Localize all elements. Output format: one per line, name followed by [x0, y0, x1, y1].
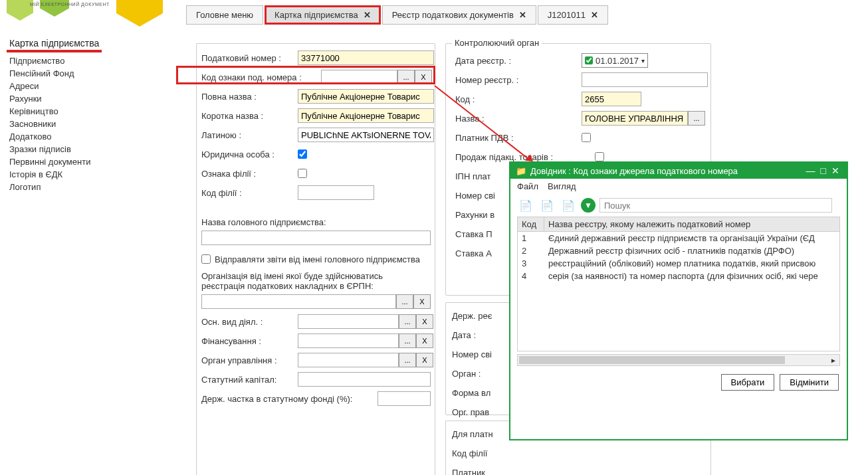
close-icon[interactable]: ✕: [829, 165, 841, 176]
rate-a-label: Ставка А: [455, 248, 492, 258]
cell-code: 2: [518, 244, 544, 257]
tab-tax-registry[interactable]: Реєстр податкових документів✕: [382, 5, 536, 25]
vat-checkbox[interactable]: [582, 133, 591, 142]
dialog-title-text: Довідник : Код ознаки джерела податковог…: [530, 166, 738, 176]
sidebar-item-pension[interactable]: Пенсійний Фонд: [7, 67, 179, 80]
col-code[interactable]: Код: [518, 217, 544, 231]
short-name-label: Коротка назва :: [201, 111, 298, 121]
lookup-button[interactable]: ...: [399, 353, 416, 367]
excise-checkbox[interactable]: [595, 152, 604, 161]
close-icon[interactable]: ✕: [364, 10, 371, 20]
org-reg-label-line2: реєстрація податкових накладних в ЄРПН:: [201, 281, 439, 291]
dialog-titlebar[interactable]: 📁 Довідник : Код ознаки джерела податков…: [510, 163, 847, 179]
financing-label: Фінансування :: [201, 336, 298, 346]
clear-button[interactable]: X: [416, 353, 433, 367]
dialog-buttons: Вибрати Відмінити: [510, 369, 847, 396]
main-activity-input[interactable]: [298, 314, 399, 329]
lookup-button[interactable]: ...: [688, 111, 705, 126]
capital-input[interactable]: [298, 372, 431, 387]
organ-label: Орган :: [452, 369, 481, 379]
sidebar-item-logo[interactable]: Логотип: [7, 181, 179, 193]
ownership-label: Форма вл: [452, 388, 490, 398]
sidebar-item-accounts[interactable]: Рахунки: [7, 92, 179, 105]
col-name[interactable]: Назва реєстру, якому належить податковий…: [544, 217, 839, 231]
chevron-down-icon[interactable]: ▾: [641, 57, 645, 64]
menu-file[interactable]: Файл: [517, 181, 538, 191]
latin-input[interactable]: [298, 128, 434, 142]
grid-row[interactable]: 1Єдиний державний реєстр підприємств та …: [518, 232, 839, 244]
dialog-toolbar: 📄 📄 📄 ▼: [510, 194, 847, 217]
close-icon[interactable]: ✕: [591, 10, 598, 20]
cert-num-label: Номер сві: [455, 191, 495, 201]
search-input[interactable]: [599, 198, 832, 213]
folder-icon: 📁: [516, 166, 526, 176]
tax-number-input[interactable]: [298, 50, 434, 65]
minimize-icon[interactable]: —: [804, 165, 817, 176]
short-name-input[interactable]: [298, 108, 434, 123]
menu-view[interactable]: Вигляд: [548, 181, 576, 191]
legal-checkbox[interactable]: [298, 149, 307, 159]
ipn-label: ІПН плат: [455, 171, 490, 181]
grid-row[interactable]: 3реєстраційний (обліковий) номер платник…: [518, 257, 839, 270]
org-reg-input[interactable]: [201, 294, 396, 309]
grid-row[interactable]: 2Державний реєстр фізичних осіб - платни…: [518, 244, 839, 257]
branch-code-label: Код філії :: [201, 188, 298, 198]
close-icon[interactable]: ✕: [519, 10, 526, 20]
head-name-input[interactable]: [201, 231, 431, 245]
org-reg-label: Організація від імені якої буде здійснюв…: [196, 271, 439, 291]
doc-delete-icon[interactable]: 📄: [560, 197, 577, 214]
branch-sign-label: Ознака філії :: [201, 169, 298, 179]
branch-sign-checkbox[interactable]: [298, 169, 307, 178]
clear-button[interactable]: X: [416, 314, 433, 329]
cell-code: 3: [518, 257, 544, 270]
tab-company-card[interactable]: Картка підприємства✕: [265, 5, 381, 25]
lookup-button[interactable]: ...: [399, 314, 416, 329]
sidebar-item-additional[interactable]: Додатково: [7, 130, 179, 143]
doc-edit-icon[interactable]: 📄: [538, 197, 556, 214]
main-activity-label: Осн. вид діял. :: [201, 317, 298, 327]
tab-main-menu[interactable]: Головне меню: [186, 5, 263, 25]
cancel-button[interactable]: Відмінити: [780, 374, 839, 391]
name-input[interactable]: [582, 111, 688, 126]
scroll-right-icon[interactable]: ►: [830, 357, 837, 364]
sidebar-item-history[interactable]: Історія в ЄДК: [7, 168, 179, 181]
refresh-icon[interactable]: ▼: [581, 198, 596, 213]
left-column: Податковий номер : Код ознаки под. номер…: [196, 50, 439, 410]
scrollbar-thumb[interactable]: [519, 356, 785, 364]
grid-row[interactable]: 4серія (за наявності) та номер паспорта …: [518, 270, 839, 282]
tab-bar: Головне меню Картка підприємства✕ Реєстр…: [186, 5, 609, 25]
doc-add-icon[interactable]: 📄: [517, 197, 534, 214]
full-name-input[interactable]: [298, 89, 434, 104]
sidebar-item-primary-docs[interactable]: Первинні документи: [7, 155, 179, 168]
org-reg-label-line1: Організація від імені якої буде здійснюв…: [201, 271, 439, 281]
clear-button[interactable]: X: [413, 294, 431, 309]
hexagon-decor: [7, 0, 33, 21]
reg-date-picker[interactable]: 01.01.2017 ▾: [582, 53, 648, 68]
sidebar-item-signatures[interactable]: Зразки підписів: [7, 143, 179, 155]
state-share-input[interactable]: [378, 391, 431, 406]
tax-number-label: Податковий номер :: [201, 53, 298, 63]
sidebar-item-company[interactable]: Підприємство: [7, 54, 179, 67]
lookup-button[interactable]: ...: [399, 333, 416, 348]
branch-code-input[interactable]: [298, 185, 374, 200]
rate-p-label: Ставка П: [455, 229, 492, 239]
sidebar-item-founders[interactable]: Засновники: [7, 118, 179, 130]
tab-j1201011[interactable]: J1201011✕: [538, 5, 608, 25]
code-input[interactable]: [582, 92, 641, 106]
send-reports-checkbox[interactable]: [201, 254, 211, 264]
clear-button[interactable]: X: [416, 333, 433, 348]
reg-num-input[interactable]: [582, 72, 708, 87]
sidebar-item-management[interactable]: Керівництво: [7, 105, 179, 118]
financing-input[interactable]: [298, 333, 399, 348]
latin-label: Латиною :: [201, 130, 298, 140]
management-input[interactable]: [298, 353, 399, 367]
sidebar-title: Картка підприємства: [7, 37, 102, 52]
horizontal-scrollbar[interactable]: ◄ ►: [517, 354, 840, 366]
sidebar-item-addresses[interactable]: Адреси: [7, 80, 179, 92]
payer-label: Платник: [452, 468, 485, 476]
reference-dialog: 📁 Довідник : Код ознаки джерела податков…: [509, 161, 848, 440]
select-button[interactable]: Вибрати: [721, 374, 775, 391]
lookup-button[interactable]: ...: [396, 294, 413, 309]
maximize-icon[interactable]: □: [819, 165, 828, 176]
date-enabled-checkbox[interactable]: [585, 56, 593, 64]
